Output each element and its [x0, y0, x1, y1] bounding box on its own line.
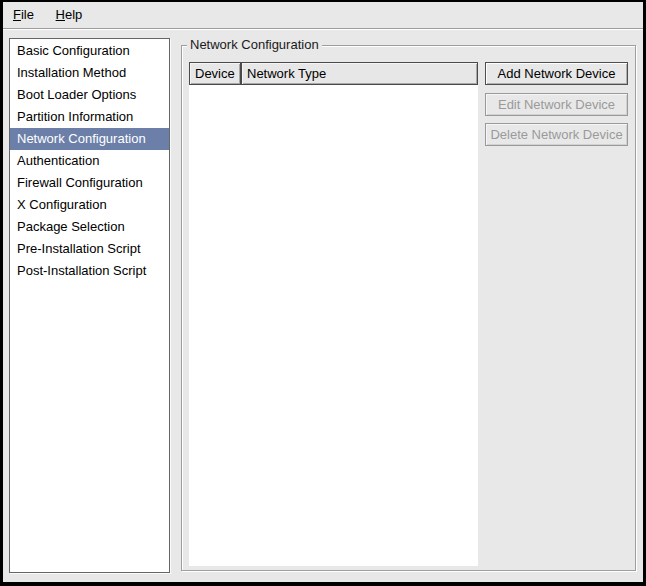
menubar: File Help	[3, 2, 643, 29]
device-table-header: Device Network Type	[189, 62, 478, 85]
sidebar-item-firewall-configuration[interactable]: Firewall Configuration	[10, 172, 169, 194]
sidebar-item-basic-configuration[interactable]: Basic Configuration	[10, 40, 169, 62]
sidebar-item-installation-method[interactable]: Installation Method	[10, 62, 169, 84]
sidebar-item-boot-loader-options[interactable]: Boot Loader Options	[10, 84, 169, 106]
section-list: Basic Configuration Installation Method …	[9, 38, 170, 573]
sidebar-item-network-configuration[interactable]: Network Configuration	[10, 128, 169, 150]
kickstart-configurator-window: File Help Basic Configuration Installati…	[3, 2, 643, 582]
sidebar-item-authentication[interactable]: Authentication	[10, 150, 169, 172]
menu-help[interactable]: Help	[47, 2, 92, 28]
sidebar-item-post-installation-script[interactable]: Post-Installation Script	[10, 260, 169, 282]
edit-network-device-button: Edit Network Device	[485, 93, 628, 116]
network-device-list	[189, 85, 478, 566]
sidebar-item-x-configuration[interactable]: X Configuration	[10, 194, 169, 216]
menu-file[interactable]: File	[4, 2, 43, 28]
sidebar-item-partition-information[interactable]: Partition Information	[10, 106, 169, 128]
column-header-network-type[interactable]: Network Type	[241, 62, 478, 85]
sidebar-item-pre-installation-script[interactable]: Pre-Installation Script	[10, 238, 169, 260]
frame-title: Network Configuration	[187, 36, 322, 54]
sidebar-item-package-selection[interactable]: Package Selection	[10, 216, 169, 238]
add-network-device-button[interactable]: Add Network Device	[485, 62, 628, 85]
column-header-device[interactable]: Device	[189, 62, 241, 85]
network-configuration-frame: Network Configuration Device Network Typ…	[181, 45, 636, 571]
delete-network-device-button: Delete Network Device	[485, 123, 628, 146]
